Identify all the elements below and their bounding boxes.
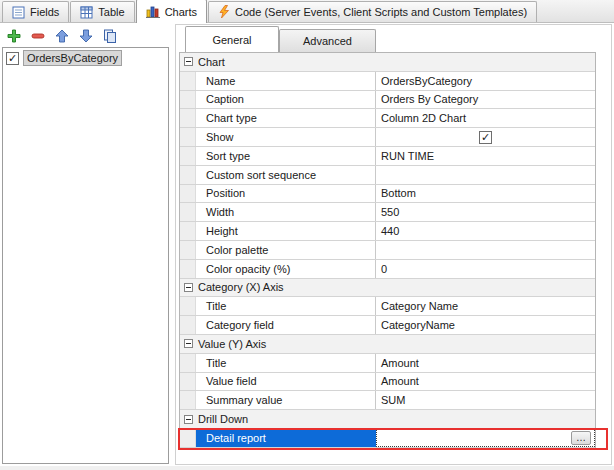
property-row-height[interactable]: Height 440 xyxy=(180,222,595,241)
group-label: Drill Down xyxy=(198,413,248,425)
charts-icon xyxy=(146,5,160,18)
group-row-value-y-axis[interactable]: Value (Y) Axis xyxy=(180,335,595,354)
collapse-icon[interactable] xyxy=(184,415,193,424)
chart-visible-checkbox[interactable]: ✓ xyxy=(6,52,19,65)
collapse-icon[interactable] xyxy=(184,339,193,348)
property-value[interactable]: CategoryName xyxy=(376,316,595,334)
property-row-width[interactable]: Width 550 xyxy=(180,203,595,222)
property-row-name[interactable]: Name OrdersByCategory xyxy=(180,72,595,91)
chart-list-toolbar xyxy=(6,27,118,45)
property-row-value-field[interactable]: Value field Amount xyxy=(180,373,595,392)
group-row-drill-down[interactable]: Drill Down xyxy=(180,410,595,429)
row-indent xyxy=(180,72,196,90)
property-label: Title xyxy=(196,354,376,372)
detail-report-editor[interactable]: … xyxy=(376,429,595,447)
property-row-summary-value[interactable]: Summary value SUM xyxy=(180,391,595,410)
minus-icon xyxy=(31,29,45,43)
tab-advanced[interactable]: Advanced xyxy=(279,29,376,52)
table-icon xyxy=(80,6,93,19)
collapse-icon[interactable] xyxy=(184,283,193,292)
property-row-color-opacity[interactable]: Color opacity (%) 0 xyxy=(180,260,595,279)
plus-icon xyxy=(7,29,21,43)
group-label: Category (X) Axis xyxy=(198,281,284,293)
row-indent xyxy=(180,91,196,109)
property-value[interactable]: Orders By Category xyxy=(376,91,595,109)
row-indent xyxy=(180,147,196,165)
fields-icon xyxy=(12,6,25,19)
tab-general[interactable]: General xyxy=(185,26,279,52)
chart-list-item-label[interactable]: OrdersByCategory xyxy=(23,50,122,66)
chart-list[interactable]: ✓ OrdersByCategory xyxy=(2,47,169,464)
show-checkbox[interactable]: ✓ xyxy=(479,131,492,144)
group-row-chart[interactable]: Chart xyxy=(180,53,595,72)
property-value[interactable]: 550 xyxy=(376,203,595,221)
tab-code[interactable]: Code (Server Events, Client Scripts and … xyxy=(208,1,537,22)
group-label: Chart xyxy=(198,56,225,68)
group-row-category-x-axis[interactable]: Category (X) Axis xyxy=(180,279,595,298)
property-value[interactable]: Amount xyxy=(376,354,595,372)
property-value[interactable]: RUN TIME xyxy=(376,147,595,165)
group-label: Value (Y) Axis xyxy=(198,338,266,350)
property-row-caption[interactable]: Caption Orders By Category xyxy=(180,91,595,110)
check-mark: ✓ xyxy=(8,53,17,63)
property-label: Title xyxy=(196,297,376,315)
property-row-chart-type[interactable]: Chart type Column 2D Chart xyxy=(180,109,595,128)
tab-label: Charts xyxy=(165,6,197,18)
copy-chart-button[interactable] xyxy=(102,28,118,44)
row-indent xyxy=(180,354,196,372)
move-chart-up-button[interactable] xyxy=(54,28,70,44)
property-value[interactable] xyxy=(376,241,595,259)
tab-label: General xyxy=(212,34,251,46)
tab-table[interactable]: Table xyxy=(70,1,134,22)
property-value[interactable]: SUM xyxy=(376,391,595,409)
property-row-custom-sort-sequence[interactable]: Custom sort sequence xyxy=(180,166,595,185)
property-row-show[interactable]: Show ✓ xyxy=(180,128,595,147)
property-value[interactable] xyxy=(376,166,595,184)
property-row-position[interactable]: Position Bottom xyxy=(180,185,595,204)
property-label: Color palette xyxy=(196,241,376,259)
collapse-icon[interactable] xyxy=(184,57,193,66)
property-row-category-field[interactable]: Category field CategoryName xyxy=(180,316,595,335)
property-label: Summary value xyxy=(196,391,376,409)
row-indent xyxy=(180,222,196,240)
property-row-detail-report[interactable]: Detail report … xyxy=(180,429,595,448)
row-indent xyxy=(180,297,196,315)
property-value[interactable]: Category Name xyxy=(376,297,595,315)
property-row-sort-type[interactable]: Sort type RUN TIME xyxy=(180,147,595,166)
chart-properties-panel: General Advanced Chart Name OrdersByCate… xyxy=(175,24,612,465)
tab-fields[interactable]: Fields xyxy=(2,1,69,22)
property-row-x-title[interactable]: Title Category Name xyxy=(180,297,595,316)
row-indent xyxy=(180,373,196,391)
row-indent xyxy=(180,391,196,409)
property-value: … xyxy=(376,429,595,447)
main-tab-bar: Fields Table Charts Code (Server Events,… xyxy=(0,0,614,23)
tab-charts[interactable]: Charts xyxy=(136,0,207,23)
property-row-color-palette[interactable]: Color palette xyxy=(180,241,595,260)
row-indent xyxy=(180,316,196,334)
add-chart-button[interactable] xyxy=(6,28,22,44)
property-value[interactable]: Amount xyxy=(376,373,595,391)
property-value[interactable]: OrdersByCategory xyxy=(376,72,595,90)
tab-label: Advanced xyxy=(303,35,352,47)
property-value[interactable]: Bottom xyxy=(376,185,595,203)
property-value[interactable]: 440 xyxy=(376,222,595,240)
property-value[interactable]: 0 xyxy=(376,260,595,278)
tab-label: Table xyxy=(98,6,124,18)
property-label: Chart type xyxy=(196,109,376,127)
row-indent xyxy=(180,260,196,278)
copy-icon xyxy=(103,29,117,43)
row-indent xyxy=(180,109,196,127)
tab-label: Code (Server Events, Client Scripts and … xyxy=(235,6,527,18)
remove-chart-button[interactable] xyxy=(30,28,46,44)
chart-list-item[interactable]: ✓ OrdersByCategory xyxy=(4,49,167,67)
property-label: Value field xyxy=(196,373,376,391)
arrow-down-icon xyxy=(79,29,93,43)
move-chart-down-button[interactable] xyxy=(78,28,94,44)
row-indent xyxy=(180,166,196,184)
designer-content: ✓ OrdersByCategory General Advanced Char… xyxy=(0,23,614,466)
ellipsis-button[interactable]: … xyxy=(571,431,591,445)
property-value[interactable]: Column 2D Chart xyxy=(376,109,595,127)
property-value: ✓ xyxy=(376,128,595,146)
property-row-y-title[interactable]: Title Amount xyxy=(180,354,595,373)
property-label: Name xyxy=(196,72,376,90)
